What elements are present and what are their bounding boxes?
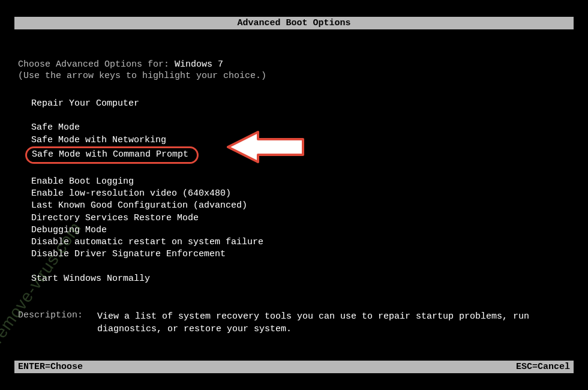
menu-item-disable-driver-sig[interactable]: Disable Driver Signature Enforcement xyxy=(31,248,570,260)
footer-enter: ENTER=Choose xyxy=(18,362,83,372)
arrow-key-instructions: (Use the arrow keys to highlight your ch… xyxy=(18,71,570,81)
menu-item-disable-auto-restart[interactable]: Disable automatic restart on system fail… xyxy=(31,236,570,248)
arrow-icon xyxy=(216,126,312,168)
choose-label: Choose Advanced Options for: xyxy=(18,59,169,70)
spacer xyxy=(31,261,570,273)
footer-esc: ESC=Cancel xyxy=(516,362,570,372)
annotation-arrow xyxy=(216,126,312,171)
menu-item-debugging[interactable]: Debugging Mode xyxy=(31,224,570,236)
content-area: Choose Advanced Options for: Windows 7 (… xyxy=(0,29,588,347)
description-text: View a list of system recovery tools you… xyxy=(97,310,570,335)
footer-bar: ENTER=Choose ESC=Cancel xyxy=(14,361,574,373)
description-section: Description: View a list of system recov… xyxy=(18,310,570,335)
menu-item-start-normally[interactable]: Start Windows Normally xyxy=(31,273,570,285)
title-text: Advanced Boot Options xyxy=(237,18,350,28)
menu-item-repair[interactable]: Repair Your Computer xyxy=(31,98,570,110)
menu-item-safe-mode-cmd[interactable]: Safe Mode with Command Prompt xyxy=(25,146,199,164)
description-label: Description: xyxy=(18,310,97,335)
menu-item-directory-services[interactable]: Directory Services Restore Mode xyxy=(31,212,570,224)
choose-line: Choose Advanced Options for: Windows 7 xyxy=(18,59,570,70)
os-name: Windows 7 xyxy=(175,59,223,70)
spacer xyxy=(31,110,570,122)
title-bar: Advanced Boot Options xyxy=(14,17,574,29)
menu-item-last-known-good[interactable]: Last Known Good Configuration (advanced) xyxy=(31,200,570,212)
menu-item-low-res[interactable]: Enable low-resolution video (640x480) xyxy=(31,188,570,200)
menu-item-boot-logging[interactable]: Enable Boot Logging xyxy=(31,176,570,188)
